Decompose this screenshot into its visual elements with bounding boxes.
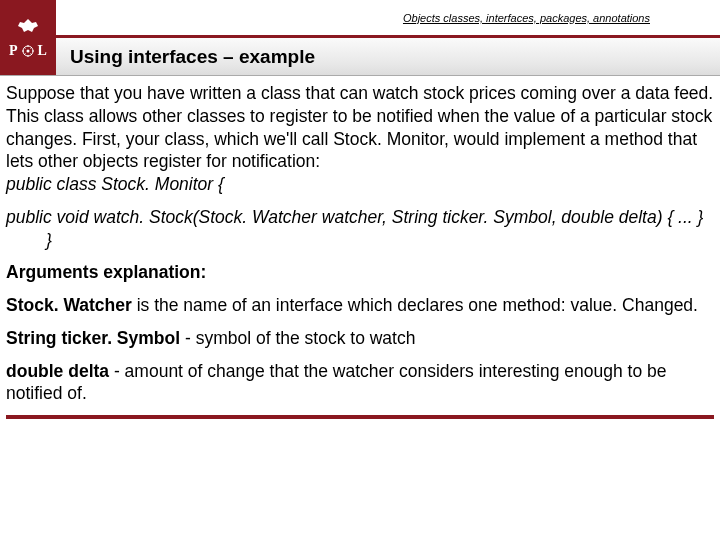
logo-p: P bbox=[9, 43, 18, 59]
eagle-icon bbox=[14, 17, 42, 37]
footer-bar bbox=[6, 415, 714, 419]
slide-content: Suppose that you have written a class th… bbox=[0, 76, 720, 405]
slide-header: P L Objects classes, interfaces, package… bbox=[0, 0, 720, 76]
svg-point-1 bbox=[26, 49, 29, 52]
intro-paragraph: Suppose that you have written a class th… bbox=[6, 82, 714, 196]
arg3-name: double delta bbox=[6, 361, 109, 381]
method-signature: public void watch. Stock(Stock. Watcher … bbox=[6, 206, 714, 252]
intro-text: Suppose that you have written a class th… bbox=[6, 83, 713, 171]
class-declaration: public class Stock. Monitor { bbox=[6, 174, 224, 194]
arg1-desc: is the name of an interface which declar… bbox=[132, 295, 698, 315]
method-sig-text: public void watch. Stock(Stock. Watcher … bbox=[6, 207, 703, 227]
logo-letters: P L bbox=[9, 43, 47, 59]
close-brace: } bbox=[46, 230, 52, 250]
arg2-desc: - symbol of the stock to watch bbox=[180, 328, 415, 348]
arg2-name: String ticker. Symbol bbox=[6, 328, 180, 348]
slide-title: Using interfaces – example bbox=[56, 38, 720, 75]
arg1-name: Stock. Watcher bbox=[6, 295, 132, 315]
argument-2: String ticker. Symbol - symbol of the st… bbox=[6, 327, 714, 350]
arguments-header: Arguments explanation: bbox=[6, 261, 714, 284]
university-logo: P L bbox=[0, 0, 56, 75]
chapter-line: Objects classes, interfaces, packages, a… bbox=[56, 0, 720, 38]
gear-icon bbox=[22, 45, 34, 57]
argument-1: Stock. Watcher is the name of an interfa… bbox=[6, 294, 714, 317]
logo-l: L bbox=[38, 43, 47, 59]
header-right: Objects classes, interfaces, packages, a… bbox=[56, 0, 720, 75]
argument-3: double delta - amount of change that the… bbox=[6, 360, 714, 406]
